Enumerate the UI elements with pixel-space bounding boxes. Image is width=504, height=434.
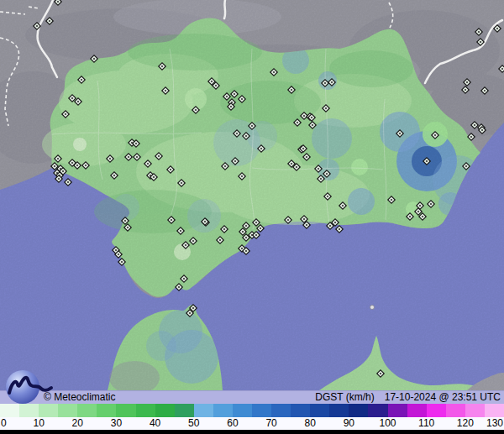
terrain-noise-overlay — [0, 0, 504, 390]
scale-segment — [97, 404, 116, 417]
scale-tick: 100 — [380, 417, 396, 430]
scale-segment — [252, 404, 271, 417]
scale-segment — [77, 404, 97, 417]
scale-tick: 110 — [418, 417, 434, 430]
scale-tick: 60 — [227, 417, 238, 430]
map-svg — [0, 0, 504, 390]
scale-segment — [368, 404, 387, 417]
map-canvas — [0, 0, 504, 390]
scale-tick: 90 — [344, 417, 354, 430]
scale-segment — [388, 404, 407, 417]
scale-tick: 120 — [457, 417, 474, 430]
product-label: DGST (km/h) — [315, 391, 374, 404]
scale-tick: 20 — [72, 417, 83, 430]
scale-segment — [407, 404, 427, 417]
scale-segment — [271, 404, 291, 417]
scale-segment — [349, 404, 368, 417]
scale-tick: 130 — [486, 417, 503, 430]
scale-tick: 0 — [1, 417, 7, 430]
scale-tick: 10 — [33, 417, 44, 430]
scale-segment — [465, 404, 485, 417]
scale-segment — [213, 404, 233, 417]
scale-tick: 50 — [188, 417, 199, 430]
scale-segment — [58, 404, 77, 417]
scale-segment — [427, 404, 446, 417]
scale-tick-labels: 0102030405060708090100110120130 — [0, 417, 504, 430]
wind-gust-color-scale — [0, 404, 504, 417]
scale-segment — [291, 404, 310, 417]
scale-segment — [233, 404, 252, 417]
scale-segment — [136, 404, 155, 417]
scale-segment — [329, 404, 349, 417]
scale-segment — [485, 404, 504, 417]
bottom-border — [0, 430, 504, 434]
datetime-label: 17-10-2024 @ 23:51 UTC — [385, 391, 501, 404]
scale-tick: 30 — [111, 417, 122, 430]
scale-segment — [116, 404, 135, 417]
meteoclimatic-logo — [4, 368, 55, 406]
scale-tick: 70 — [265, 417, 276, 430]
scale-segment — [310, 404, 329, 417]
scale-segment — [175, 404, 194, 417]
meteoclimatic-gust-map-screenshot: © Meteoclimatic DGST (km/h) 17-10-2024 @… — [0, 0, 504, 434]
scale-segment — [194, 404, 213, 417]
scale-segment — [155, 404, 175, 417]
scale-tick: 80 — [305, 417, 316, 430]
info-bar: © Meteoclimatic DGST (km/h) 17-10-2024 @… — [0, 390, 504, 404]
scale-segment — [446, 404, 465, 417]
scale-tick: 40 — [150, 417, 160, 430]
